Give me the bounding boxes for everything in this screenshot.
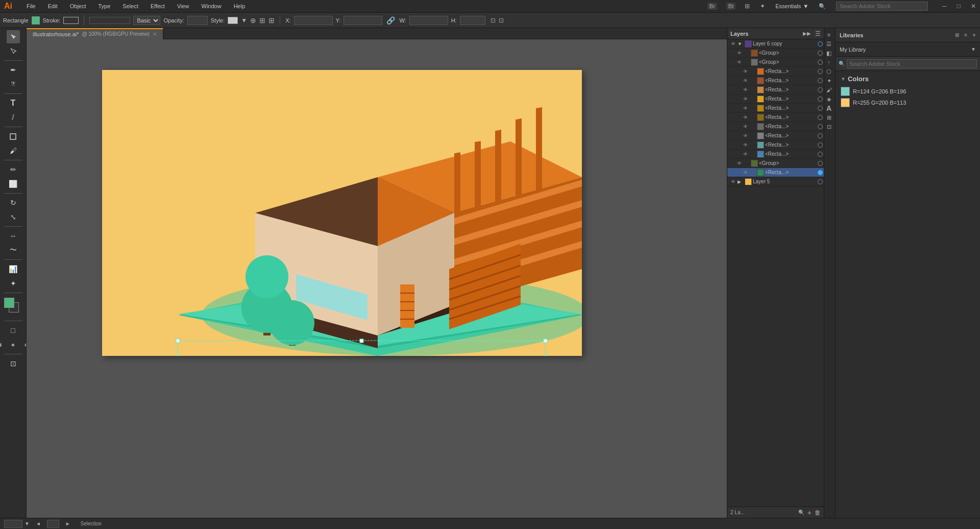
width-tool[interactable]: ↔ xyxy=(7,229,20,243)
layer-color-dot[interactable] xyxy=(818,142,823,148)
h-input[interactable]: 24 px xyxy=(460,16,485,25)
layer-expand-arrow[interactable]: ▶ xyxy=(738,179,744,184)
bt-icon[interactable]: Bt xyxy=(726,3,736,10)
layers-menu-icon[interactable]: ☰ xyxy=(815,30,821,37)
close-button[interactable]: ✕ xyxy=(971,3,976,10)
layer-visibility-icon[interactable]: 👁 xyxy=(729,178,737,185)
symbols-icon[interactable]: ✦ xyxy=(824,76,834,85)
libraries-grid-icon[interactable]: ⊞ xyxy=(955,32,959,38)
link-icon[interactable]: 🔗 xyxy=(386,16,395,25)
layer-color-dot[interactable] xyxy=(818,78,823,83)
w-input[interactable]: 703.708 px xyxy=(409,16,448,25)
menu-select[interactable]: Select xyxy=(120,2,140,10)
brushes-icon[interactable]: 🖌 xyxy=(824,85,834,94)
x-input[interactable]: 558.854 px xyxy=(294,16,333,25)
color-entry-1[interactable]: R=124 G=206 B=196 xyxy=(841,87,975,96)
layer-row[interactable]: 👁<Group> xyxy=(727,159,824,168)
layer-color-dot[interactable] xyxy=(818,115,823,120)
y-input[interactable]: 513.542 px xyxy=(344,16,382,25)
layer-visibility-icon[interactable]: 👁 xyxy=(742,151,749,158)
zoom-input[interactable]: 100% xyxy=(4,520,22,528)
layers-expand-icon[interactable]: ▶▶ xyxy=(803,31,811,36)
style-swatch[interactable] xyxy=(228,17,238,24)
menu-file[interactable]: File xyxy=(24,2,38,10)
layer-row[interactable]: 👁<Recta...> xyxy=(727,122,824,131)
layer-color-dot[interactable] xyxy=(818,161,823,166)
layer-row[interactable]: 👁<Recta...> xyxy=(727,131,824,140)
layer-color-dot[interactable] xyxy=(818,106,823,111)
layer-visibility-icon[interactable]: 👁 xyxy=(742,105,749,112)
menu-edit[interactable]: Edit xyxy=(46,2,60,10)
layer-row[interactable]: 👁<Recta...> xyxy=(727,168,824,177)
minimize-button[interactable]: ─ xyxy=(942,3,947,10)
type-tool[interactable]: T xyxy=(7,97,20,110)
libraries-icon[interactable]: ☰ xyxy=(824,39,834,49)
symbol-tool[interactable]: ✦ xyxy=(7,277,20,290)
layer-row[interactable]: 👁▶Layer 5 xyxy=(727,177,824,186)
layer-color-dot[interactable] xyxy=(818,41,823,46)
libraries-list-icon[interactable]: ≡ xyxy=(964,32,967,38)
pen-tool[interactable]: ✒ xyxy=(7,63,20,77)
layer-visibility-icon[interactable]: 👁 xyxy=(736,59,743,66)
stroke-swatch[interactable] xyxy=(63,17,79,24)
menu-type[interactable]: Type xyxy=(96,2,113,10)
layer-visibility-icon[interactable]: 👁 xyxy=(742,95,749,103)
layer-visibility-icon[interactable]: 👁 xyxy=(742,77,749,84)
layer-row[interactable]: 👁<Recta...> xyxy=(727,113,824,122)
layer-visibility-icon[interactable]: 👁 xyxy=(742,141,749,149)
layer-row[interactable]: 👁<Recta...> xyxy=(727,94,824,104)
layer-visibility-icon[interactable]: 👁 xyxy=(742,123,749,130)
transform-obj-icon[interactable]: ⊡ xyxy=(491,17,496,24)
layer-visibility-icon[interactable]: 👁 xyxy=(742,68,749,75)
export-icon[interactable]: ↑ xyxy=(824,58,834,67)
layer-row[interactable]: 👁<Group> xyxy=(727,58,824,67)
layer-visibility-icon[interactable]: 👁 xyxy=(742,86,749,93)
prev-page-button[interactable]: ◄ xyxy=(36,521,41,526)
arrange2-icon[interactable]: ⊡ xyxy=(499,17,504,24)
layer-expand-arrow[interactable]: ▼ xyxy=(738,41,744,46)
layer-color-dot[interactable] xyxy=(818,152,823,157)
layer-color-dot[interactable] xyxy=(818,133,823,138)
layer-visibility-icon[interactable]: 👁 xyxy=(742,114,749,121)
layer-visibility-icon[interactable]: 👁 xyxy=(742,132,749,139)
artboard-tool[interactable]: ⊡ xyxy=(7,357,20,370)
eraser-tool[interactable]: ⬜ xyxy=(7,177,20,190)
line-tool[interactable]: / xyxy=(7,111,20,124)
scale-tool[interactable]: ⤡ xyxy=(7,210,20,224)
normal-mode[interactable]: ▣ xyxy=(0,338,7,351)
swatches-icon[interactable]: ⬡ xyxy=(824,67,834,76)
layer-color-dot[interactable] xyxy=(818,87,823,92)
appearance-icon[interactable]: ◈ xyxy=(824,94,834,104)
transform-icon[interactable]: ⊞ xyxy=(259,16,265,25)
arrange-icon[interactable]: ⊞ xyxy=(745,3,750,10)
curvature-tool[interactable]: 𝄤 xyxy=(7,78,20,91)
search-stock-input-top[interactable] xyxy=(836,2,928,11)
pencil-tool[interactable]: ✏ xyxy=(7,163,20,176)
paintbrush-tool[interactable]: 🖌 xyxy=(7,144,20,157)
warp-tool[interactable]: 〜 xyxy=(7,244,20,257)
my-library-dropdown[interactable]: ▼ xyxy=(971,46,976,52)
layer-color-dot[interactable] xyxy=(818,60,823,65)
blending-mode-select[interactable]: Basic xyxy=(133,16,160,25)
layer-row[interactable]: 👁<Recta...> xyxy=(727,140,824,150)
libraries-add-icon[interactable]: + xyxy=(972,32,976,39)
opacity-input[interactable]: 100% xyxy=(187,16,208,25)
br-icon[interactable]: Br xyxy=(707,3,717,10)
layers-add-button[interactable]: + xyxy=(807,509,812,517)
layer-color-dot[interactable] xyxy=(818,179,823,184)
layer-visibility-icon[interactable]: 👁 xyxy=(729,40,737,47)
stroke-mode[interactable]: ◉ xyxy=(20,338,27,351)
align-icon-strip[interactable]: ⊞ xyxy=(824,113,834,122)
direct-selection-tool[interactable] xyxy=(7,44,20,58)
zoom-control[interactable]: 100% ▼ xyxy=(4,520,30,528)
properties-icon[interactable]: ≡ xyxy=(824,30,834,39)
layers-delete-button[interactable]: 🗑 xyxy=(815,509,821,516)
search-stock-input-libraries[interactable] xyxy=(847,59,977,68)
color-entry-2[interactable]: R=255 G=200 B=113 xyxy=(841,98,975,107)
menu-window[interactable]: Window xyxy=(200,2,224,10)
grid-icon[interactable]: ⊞ xyxy=(268,16,275,25)
colors-collapse-icon[interactable]: ▼ xyxy=(841,76,846,82)
rectangle-tool[interactable] xyxy=(7,130,20,143)
next-page-button[interactable]: ► xyxy=(65,521,70,526)
foreground-color-swatch[interactable] xyxy=(4,298,14,308)
